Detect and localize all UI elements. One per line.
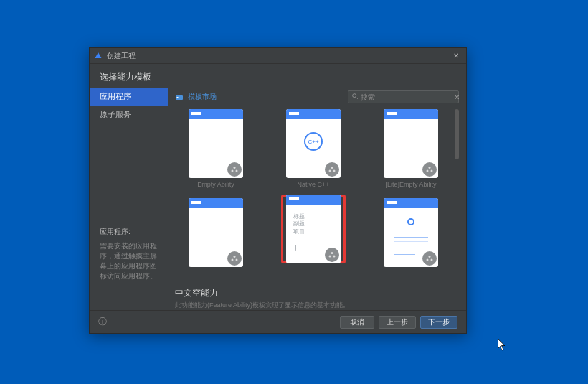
next-button[interactable]: 下一步 <box>420 316 457 329</box>
content-area: 模板市场 ✕ <box>168 88 466 310</box>
harmony-badge-icon <box>227 162 242 177</box>
svg-point-19 <box>427 259 429 261</box>
template-about[interactable] <box>370 198 452 278</box>
help-icon[interactable]: ⓘ <box>98 316 107 328</box>
titlebar: 创建工程 ✕ <box>90 48 466 64</box>
svg-point-20 <box>431 259 433 261</box>
template-empty-ability[interactable]: Empty Ability <box>175 109 257 189</box>
template-label: Native C++ <box>297 181 329 189</box>
search-icon <box>351 93 359 101</box>
sidebar-item-atomic[interactable]: 原子服务 <box>90 106 168 123</box>
svg-point-21 <box>429 256 431 258</box>
market-icon <box>175 93 184 100</box>
template-lite-empty[interactable]: [Lite]Empty Ability <box>370 109 452 189</box>
svg-point-2 <box>353 94 356 98</box>
svg-line-3 <box>356 97 358 99</box>
svg-point-9 <box>331 167 333 169</box>
template-card[interactable] <box>175 198 257 278</box>
svg-point-18 <box>331 252 333 254</box>
template-scrollbar[interactable] <box>455 109 459 283</box>
svg-point-5 <box>236 170 238 172</box>
harmony-badge-icon <box>227 251 242 266</box>
template-label: Empty Ability <box>197 181 234 189</box>
scrollbar-thumb[interactable] <box>455 109 459 159</box>
sidebar-item-app[interactable]: 应用程序 <box>90 88 168 106</box>
sidebar: 应用程序 原子服务 应用程序: 需要安装的应用程序，通过触摸主屏幕上的应用程序图… <box>90 88 168 310</box>
harmony-badge-icon <box>325 248 339 262</box>
selected-title: 中文空能力 <box>175 287 459 299</box>
svg-point-13 <box>232 259 234 261</box>
search-input[interactable] <box>359 93 454 101</box>
svg-point-11 <box>431 170 433 172</box>
close-icon[interactable]: ✕ <box>450 52 462 60</box>
prev-button[interactable]: 上一步 <box>379 316 416 329</box>
svg-point-6 <box>234 167 236 169</box>
svg-point-7 <box>329 170 331 172</box>
selected-template-description: 中文空能力 此功能能力(Feature Ability)模板实现了显示信息的基本… <box>175 287 459 310</box>
svg-point-4 <box>232 170 234 172</box>
sidebar-footer: 应用程序: 需要安装的应用程序，通过触摸主屏幕上的应用程序图标访问应用程序。 <box>90 227 168 310</box>
selected-subtitle: 此功能能力(Feature Ability)模板实现了显示信息的基本功能。 <box>175 301 459 310</box>
svg-point-12 <box>429 167 431 169</box>
template-grid: Empty Ability Native C++ <box>175 109 459 278</box>
sidebar-footer-desc: 需要安装的应用程序，通过触摸主屏幕上的应用程序图标访问应用程序。 <box>100 241 158 281</box>
template-native-cpp[interactable]: Native C++ <box>272 109 354 189</box>
window-title: 创建工程 <box>107 51 136 61</box>
svg-point-17 <box>333 256 336 258</box>
svg-point-8 <box>333 170 336 172</box>
cancel-button[interactable]: 取消 <box>340 316 374 329</box>
svg-rect-1 <box>177 97 179 98</box>
search-field[interactable]: ✕ <box>348 90 459 103</box>
template-market-link[interactable]: 模板市场 <box>188 92 217 102</box>
sidebar-footer-heading: 应用程序: <box>100 227 158 237</box>
template-chinese-ability[interactable]: 标题副题项目 } <box>272 198 354 278</box>
svg-point-14 <box>236 259 238 261</box>
app-logo-icon <box>94 52 103 60</box>
harmony-badge-icon <box>325 162 339 177</box>
create-project-dialog: 创建工程 ✕ 选择能力模板 应用程序 原子服务 应用程序: 需要安装的应用程序，… <box>89 47 467 334</box>
mouse-cursor-icon <box>498 339 506 352</box>
harmony-badge-icon <box>422 251 437 266</box>
dialog-footer: ⓘ 取消 上一步 下一步 <box>90 310 466 333</box>
harmony-badge-icon <box>422 162 437 177</box>
svg-point-10 <box>427 170 429 172</box>
svg-point-16 <box>329 256 331 258</box>
template-label: [Lite]Empty Ability <box>385 181 436 189</box>
clear-search-icon[interactable]: ✕ <box>454 93 460 101</box>
section-title: 选择能力模板 <box>90 64 466 88</box>
svg-point-15 <box>234 256 236 258</box>
